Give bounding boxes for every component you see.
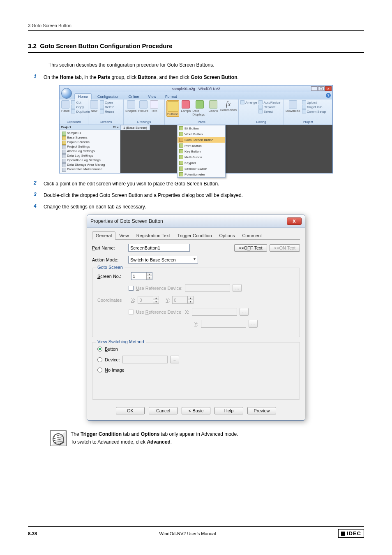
- tab-configuration[interactable]: Configuration: [94, 94, 123, 99]
- tab-view[interactable]: View: [115, 231, 133, 240]
- part-name-input[interactable]: ScreenButton1: [128, 244, 190, 252]
- view-switching-legend: View Switching Method: [96, 339, 146, 344]
- radio-no-image[interactable]: [97, 368, 102, 372]
- app-orb-icon[interactable]: [61, 88, 72, 99]
- t: Parts: [98, 74, 110, 80]
- maximize-icon[interactable]: ▢: [318, 86, 325, 91]
- menu-potentiometer[interactable]: Potentiometer: [178, 171, 225, 177]
- project-root[interactable]: sample01: [62, 131, 118, 135]
- tab-registration-text[interactable]: Registration Text: [133, 231, 174, 240]
- duplicate-button[interactable]: Duplicate: [71, 109, 90, 113]
- commands-button[interactable]: fxCommands: [220, 100, 237, 112]
- ribbon-tabs: Home Configuration Online View Format ?: [60, 92, 332, 99]
- preview-button[interactable]: Preview: [247, 407, 276, 414]
- t: New: [91, 109, 97, 113]
- shapes-button[interactable]: Shapes: [125, 100, 136, 113]
- t: Advanced: [147, 439, 170, 445]
- page-header: 3 Goto Screen Button: [28, 23, 364, 31]
- menu-print-button[interactable]: Print Button: [178, 143, 225, 148]
- replace-button[interactable]: Replace: [258, 105, 280, 109]
- tree-project-settings[interactable]: Project Settings: [62, 144, 118, 149]
- tree-data-log[interactable]: Data Log Settings: [62, 153, 118, 158]
- t: Buttons: [138, 74, 156, 80]
- tab-comment[interactable]: Comment: [238, 231, 265, 240]
- panel-pin-icon[interactable]: ⊟ ×: [113, 125, 119, 129]
- lamps-button[interactable]: Lamps: [181, 100, 191, 113]
- ok-button[interactable]: OK: [116, 407, 145, 414]
- tab-trigger-condition[interactable]: Trigger Condition: [174, 231, 216, 240]
- tab-options[interactable]: Options: [216, 231, 239, 240]
- t: Lamps: [181, 109, 191, 113]
- screen-no-input[interactable]: ▲▼: [131, 272, 152, 280]
- use-ref-x-input: [192, 308, 237, 316]
- tree-base-screens[interactable]: Base Screens: [62, 135, 118, 140]
- radio-device[interactable]: [97, 357, 102, 362]
- t: Target Info.: [307, 105, 323, 109]
- tree-preventive[interactable]: Preventive Maintenance: [62, 167, 118, 171]
- download-button[interactable]: Download: [286, 100, 300, 113]
- cut-button[interactable]: Cut: [71, 100, 90, 104]
- screen-no-value[interactable]: [131, 273, 146, 280]
- data-displays-button[interactable]: Data Displays: [192, 100, 207, 116]
- arrange-button[interactable]: Arrange: [240, 100, 257, 104]
- help-button[interactable]: Help: [214, 407, 243, 414]
- t: Commands: [220, 108, 237, 112]
- copy-button[interactable]: Copy: [71, 105, 90, 109]
- group-editing: Editing: [240, 120, 282, 124]
- edit-canvas[interactable]: 1 (Base Screen) Bit Button Word Button G…: [120, 125, 332, 173]
- on-text-button[interactable]: >>ON Text: [270, 244, 300, 252]
- close-icon[interactable]: x: [325, 86, 332, 91]
- select-button[interactable]: Select: [258, 109, 280, 113]
- picture-button[interactable]: Picture: [138, 100, 148, 113]
- paste-button[interactable]: Paste: [61, 100, 69, 113]
- menu-word-button[interactable]: Word Button: [178, 131, 225, 137]
- help-icon[interactable]: ?: [326, 93, 331, 98]
- action-mode-combo[interactable]: Switch to Base Screen: [128, 256, 198, 264]
- spin-up-icon[interactable]: ▲: [146, 273, 152, 276]
- menu-keypad[interactable]: Keypad: [178, 160, 225, 166]
- minimize-icon[interactable]: –: [311, 86, 318, 91]
- menu-key-button[interactable]: Key Button: [178, 148, 225, 154]
- menu-goto-screen-button[interactable]: Goto Screen Button: [178, 137, 225, 143]
- t: Keypad: [184, 161, 196, 165]
- charts-button[interactable]: Charts: [209, 100, 219, 113]
- reuse-screen-button[interactable]: Reuse: [100, 109, 114, 113]
- spin-down-icon[interactable]: ▼: [146, 276, 152, 280]
- tab-format[interactable]: Format: [162, 94, 180, 99]
- commsetup-button[interactable]: Comm.Setup: [302, 109, 326, 113]
- dialog-close-icon[interactable]: X: [287, 217, 302, 225]
- tab-view[interactable]: View: [145, 94, 159, 99]
- tree-popup-screens[interactable]: Popup Screens: [62, 140, 118, 144]
- delete-screen-button[interactable]: Delete: [100, 105, 114, 109]
- buttons-dropdown[interactable]: Buttons: [166, 100, 179, 117]
- step-4: 4 Change the settings on each tab as nec…: [34, 203, 364, 210]
- tab-online[interactable]: Online: [125, 94, 143, 99]
- project-panel: Project⊟ × sample01 Base Screens Popup S…: [60, 125, 120, 173]
- upload-button[interactable]: Upload: [302, 100, 326, 104]
- t: tab and: [122, 431, 141, 437]
- new-screen-button[interactable]: New: [90, 100, 98, 113]
- menu-bit-button[interactable]: Bit Button: [178, 125, 225, 131]
- menu-selector-switch[interactable]: Selector Switch: [178, 166, 225, 171]
- edit-screen-tab[interactable]: 1 (Base Screen): [120, 125, 150, 130]
- use-ref-checkbox[interactable]: [129, 286, 134, 291]
- tab-home[interactable]: Home: [74, 93, 92, 99]
- note-icon: [50, 430, 67, 446]
- off-text-button[interactable]: >>OFF Text: [234, 244, 267, 252]
- cancel-button[interactable]: Cancel: [149, 407, 178, 414]
- basic-button[interactable]: < Basic: [182, 407, 210, 414]
- targetinfo-button[interactable]: Target Info.: [302, 105, 326, 109]
- tree-data-storage[interactable]: Data Storage Area Manag: [62, 162, 118, 167]
- radio-button[interactable]: [97, 347, 102, 352]
- open-screen-button[interactable]: Open: [100, 100, 114, 104]
- text-button[interactable]: Text: [150, 100, 158, 113]
- page-number: 8-38: [28, 531, 37, 536]
- autoresize-button[interactable]: AutoResize: [258, 100, 280, 104]
- tab-general[interactable]: General: [92, 231, 115, 240]
- tree-alarm-log[interactable]: Alarm Log Settings: [62, 149, 118, 153]
- use-ref-input: [185, 284, 230, 292]
- menu-multi-button[interactable]: Multi-Button: [178, 154, 225, 160]
- note-text: The Trigger Condition tab and Options ta…: [71, 430, 238, 446]
- tree-operation-log[interactable]: Operation Log Settings: [62, 158, 118, 162]
- dialog-title: Properties of Goto Screen Button: [90, 218, 163, 224]
